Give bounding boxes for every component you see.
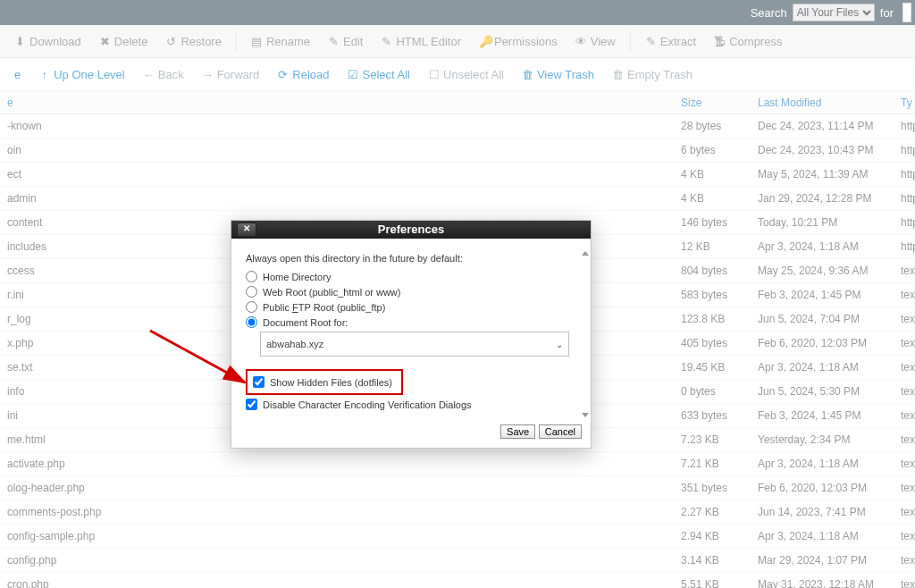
restore-button[interactable]: ↺Restore [158, 31, 229, 52]
select-all-button[interactable]: ☑Select All [340, 64, 417, 85]
column-name[interactable]: e [0, 97, 674, 109]
up-one-level-button[interactable]: ↑Up One Level [31, 64, 132, 85]
cell-size: 2.27 KB [674, 506, 751, 518]
table-row[interactable]: cron.php5.51 KBMay 31, 2023, 12:18 AMtex [0, 573, 915, 588]
modal-titlebar[interactable]: ✕ Preferences [231, 221, 591, 239]
close-icon[interactable]: ✕ [237, 223, 256, 237]
forward-button[interactable]: →Forward [195, 64, 267, 85]
cell-size: 6 bytes [674, 144, 751, 156]
chevron-down-icon: ⌄ [556, 340, 563, 349]
cell-name: cron.php [0, 578, 674, 588]
search-input[interactable] [902, 3, 911, 22]
column-type[interactable]: Ty [894, 97, 915, 109]
cell-name: config-sample.php [0, 530, 674, 542]
empty-trash-button[interactable]: 🗑Empty Trash [605, 64, 700, 85]
cell-type: tex [894, 361, 915, 374]
cancel-button[interactable]: Cancel [539, 424, 582, 439]
save-button[interactable]: Save [500, 424, 535, 439]
download-button[interactable]: ⬇Download [7, 31, 88, 52]
view-icon: 👁 [575, 35, 587, 48]
delete-button[interactable]: ✖Delete [92, 31, 155, 52]
cell-size: 7.23 KB [674, 433, 751, 446]
table-row[interactable]: -known28 bytesDec 24, 2023, 11:14 PMhttp [0, 114, 915, 139]
cell-type: tex [894, 265, 915, 277]
cell-size: 5.51 KB [674, 578, 751, 588]
cell-modified: Dec 24, 2023, 10:43 PM [751, 144, 894, 156]
option-ftp-root[interactable]: Public FTP Root (public_ftp) [246, 301, 576, 313]
modal-footer: Save Cancel [231, 419, 591, 448]
view-trash-button[interactable]: 🗑View Trash [515, 64, 601, 85]
search-scope-select[interactable]: All Your Files [793, 4, 875, 21]
table-row[interactable]: config.php3.14 KBMar 29, 2024, 1:07 PMte… [0, 549, 915, 573]
table-row[interactable]: ect4 KBMay 5, 2024, 11:39 AMhttp [0, 163, 915, 187]
secondary-toolbar: e ↑Up One Level ←Back →Forward ⟳Reload ☑… [0, 58, 915, 91]
trash-icon: 🗑 [612, 68, 624, 81]
cell-modified: Feb 3, 2024, 1:45 PM [751, 409, 894, 422]
cell-type: tex [894, 506, 915, 518]
toolbar-separator [630, 31, 631, 51]
radio-home[interactable] [246, 271, 257, 282]
cell-type: tex [894, 385, 915, 398]
cell-size: 123.8 KB [674, 313, 751, 325]
domain-select[interactable]: abwahab.xyz ⌄ [260, 332, 569, 357]
table-row[interactable]: comments-post.php2.27 KBJun 14, 2023, 7:… [0, 500, 915, 525]
reload-button[interactable]: ⟳Reload [270, 64, 336, 85]
compress-icon: 🗜 [714, 35, 726, 48]
cell-type: tex [894, 578, 915, 588]
cell-type: http [894, 216, 915, 229]
cell-size: 3.14 KB [674, 554, 751, 567]
table-row[interactable]: olog-header.php351 bytesFeb 6, 2020, 12:… [0, 476, 915, 500]
for-label: for [880, 6, 894, 20]
cell-modified: Apr 3, 2024, 1:18 AM [751, 458, 894, 470]
option-web-root[interactable]: Web Root (public_html or www) [246, 286, 576, 298]
unselect-all-button[interactable]: ☐Unselect All [421, 64, 511, 85]
extract-button[interactable]: ✎Extract [638, 31, 703, 52]
option-show-hidden[interactable]: Show Hidden Files (dotfiles) [253, 376, 396, 388]
cell-type: tex [894, 458, 915, 470]
option-doc-root[interactable]: Document Root for: [246, 316, 576, 328]
cell-size: 7.21 KB [674, 458, 751, 470]
cell-size: 351 bytes [674, 482, 751, 494]
cell-size: 2.94 KB [674, 530, 751, 542]
cell-type: tex [894, 554, 915, 567]
html-editor-button[interactable]: ✎HTML Editor [374, 31, 467, 52]
cell-name: admin [0, 192, 674, 205]
compress-button[interactable]: 🗜Compress [707, 31, 789, 52]
checkbox-disable-encoding[interactable] [246, 399, 257, 410]
cell-size: 28 bytes [674, 120, 751, 132]
cell-name: olog-header.php [0, 482, 674, 494]
rename-icon: ▤ [251, 35, 263, 48]
cell-name: activate.php [0, 458, 674, 470]
rename-button[interactable]: ▤Rename [244, 31, 317, 52]
cell-type: http [894, 120, 915, 132]
restore-icon: ↺ [165, 35, 177, 48]
radio-ftp[interactable] [246, 301, 257, 313]
view-button[interactable]: 👁View [568, 31, 623, 52]
radio-webroot[interactable] [246, 286, 257, 298]
table-row[interactable]: activate.php7.21 KBApr 3, 2024, 1:18 AMt… [0, 452, 915, 476]
html-editor-icon: ✎ [381, 35, 392, 48]
cell-name: ect [0, 168, 674, 181]
highlight-box: Show Hidden Files (dotfiles) [246, 369, 403, 395]
cell-size: 0 bytes [674, 385, 751, 398]
option-home-directory[interactable]: Home Directory [246, 271, 576, 282]
table-row[interactable]: admin4 KBJan 29, 2024, 12:28 PMhttp [0, 187, 915, 211]
permissions-button[interactable]: 🔑Permissions [472, 31, 565, 52]
cell-modified: Jun 5, 2024, 7:04 PM [751, 313, 894, 325]
back-button[interactable]: ←Back [136, 64, 191, 85]
e-button[interactable]: e [7, 64, 28, 85]
cell-modified: Jun 14, 2023, 7:41 PM [751, 506, 894, 518]
column-modified[interactable]: Last Modified [751, 97, 894, 109]
download-icon: ⬇ [14, 35, 26, 48]
checkbox-show-hidden[interactable] [253, 376, 264, 388]
radio-docroot[interactable] [246, 316, 257, 328]
modal-scrollbar[interactable] [583, 251, 589, 417]
option-disable-encoding[interactable]: Disable Character Encoding Verification … [246, 399, 576, 410]
edit-button[interactable]: ✎Edit [321, 31, 370, 52]
cell-size: 583 bytes [674, 289, 751, 301]
table-row[interactable]: oin6 bytesDec 24, 2023, 10:43 PMhttp [0, 139, 915, 163]
cell-name: comments-post.php [0, 506, 674, 518]
table-row[interactable]: config-sample.php2.94 KBApr 3, 2024, 1:1… [0, 525, 915, 549]
modal-title: Preferences [378, 223, 444, 236]
column-size[interactable]: Size [674, 97, 751, 109]
